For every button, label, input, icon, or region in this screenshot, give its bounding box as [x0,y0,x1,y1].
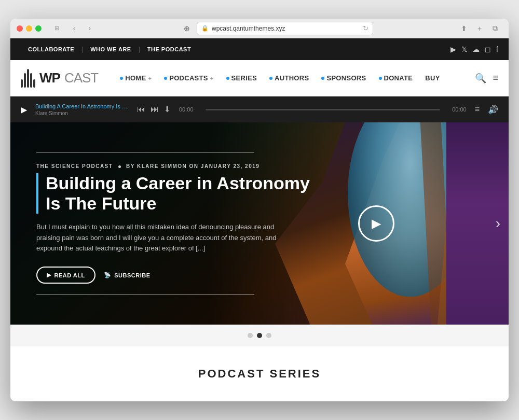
logo-bar-5 [33,79,35,88]
minimize-button[interactable] [26,25,32,32]
hero-actions: ▶ READ ALL 📡 SUBSCRIBE [36,267,327,284]
nav-actions: 🔍 ≡ [475,73,498,84]
nav-podcasts-plus: + [210,75,214,81]
read-all-play-icon: ▶ [47,272,51,278]
hero-next-slide-button[interactable]: › [496,215,500,232]
topbar-nav: COLLABORATE | WHO WE ARE | THE PODCAST [21,46,198,53]
url-text: wpcast.qantumthemes.xyz [212,25,285,32]
instagram-icon[interactable]: ◻ [485,45,491,53]
slider-dot-1[interactable] [257,333,262,338]
twitter-icon[interactable]: 𝕏 [461,45,467,53]
player-volume-button[interactable]: 🔊 [488,105,498,115]
player-time-current: 00:00 [179,106,197,113]
slider-dot-0[interactable] [248,333,253,338]
slider-dot-2[interactable] [266,333,271,338]
nav-donate[interactable]: DONATE [373,74,419,82]
hero-content: THE SCIENCE PODCAST BY KLARE SIMMON ON J… [36,122,327,325]
window-controls: ⊞ [50,23,63,34]
nav-series-label: SERIES [231,74,257,82]
nav-buy-label: BUY [425,74,440,82]
back-button[interactable]: ‹ [67,22,81,35]
forward-button[interactable]: › [83,22,97,35]
subscribe-rss-icon: 📡 [104,272,112,278]
player-next-button[interactable]: ⏭ [151,105,159,114]
nav-home-plus: + [148,75,152,81]
nav-dot-donate [379,77,382,80]
nav-podcasts-label: PODCASTS [169,74,208,82]
player-controls: ⏮ ⏭ ⬇ [137,105,171,114]
hero-excerpt: But I must explain to you how all this m… [36,222,285,254]
nav-dot-series [226,77,229,80]
player-play-button[interactable]: ▶ [21,105,27,115]
facebook-icon[interactable]: f [496,45,498,53]
logo-area[interactable]: WPCAST [21,69,98,88]
nav-dot-home [120,77,123,80]
nav-sponsors-label: SPONSORS [326,74,366,82]
nav-sponsors[interactable]: SPONSORS [315,74,372,82]
nav-dot-podcasts [164,77,167,80]
close-button[interactable] [17,25,23,32]
player-download-button[interactable]: ⬇ [164,105,171,114]
nav-home-label: HOME [125,74,146,82]
search-icon[interactable]: 🔍 [475,73,486,84]
slider-dots [10,325,509,346]
podcast-series-title: PODCAST SERIES [21,367,498,381]
browser-titlebar: ⊞ ‹ › ⊕ 🔒 wpcast.qantumthemes.xyz ↻ ⬆ + … [10,19,509,38]
player-prev-button[interactable]: ⏮ [137,105,145,114]
privacy-icon: ⊕ [180,22,194,35]
nav-authors-label: AUTHORS [275,74,309,82]
browser-actions: ⬆ + ⧉ [457,22,502,35]
hero-bottom-border [36,294,254,295]
topbar: COLLABORATE | WHO WE ARE | THE PODCAST ▶… [10,38,509,60]
maximize-button[interactable] [35,25,42,32]
read-all-label: READ ALL [54,272,85,278]
logo-bar-2 [24,73,26,88]
nav-home[interactable]: HOME + [114,74,158,82]
player-track-artist: Klare Simmon [35,110,129,116]
topbar-nav-collaborate[interactable]: COLLABORATE [21,46,81,52]
logo-cast-text: CAST [64,70,98,86]
hero-title: Building a Career in Astronomy Is The Fu… [36,173,327,214]
player-track-info: Building A Career In Astronomy Is The Fu… [35,103,129,116]
browser-window: ⊞ ‹ › ⊕ 🔒 wpcast.qantumthemes.xyz ↻ ⬆ + … [10,19,509,401]
tabs-icon[interactable]: ⧉ [488,22,502,35]
nav-dot-authors [269,77,272,80]
audio-player: ▶ Building A Career In Astronomy Is The … [10,96,509,122]
window-grid-icon[interactable]: ⊞ [50,23,63,34]
hero-category: THE SCIENCE PODCAST BY KLARE SIMMON ON J… [36,163,327,169]
topbar-social: ▶ 𝕏 ☁ ◻ f [450,45,498,53]
main-nav: WPCAST HOME + PODCASTS + SERIES AUTHORS [10,60,509,96]
hero-play-button[interactable]: ▶ [358,205,394,242]
share-icon[interactable]: ⬆ [457,22,471,35]
hero-category-text: THE SCIENCE PODCAST [36,163,113,169]
nav-authors[interactable]: AUTHORS [263,74,315,82]
read-all-button[interactable]: ▶ READ ALL [36,267,95,284]
lock-icon: 🔒 [201,25,209,32]
nav-podcasts[interactable]: PODCASTS + [158,74,220,82]
subscribe-button[interactable]: 📡 SUBSCRIBE [104,272,151,278]
player-progress-bar[interactable] [206,109,440,110]
menu-icon[interactable]: ≡ [493,73,498,83]
player-queue-button[interactable]: ≡ [475,105,480,114]
new-tab-icon[interactable]: + [472,22,487,35]
logo-bar-4 [30,73,32,88]
youtube-icon[interactable]: ▶ [450,45,456,53]
address-bar-wrap: ⊕ 🔒 wpcast.qantumthemes.xyz ↻ [101,22,453,35]
nav-controls: ‹ › [67,22,97,35]
hero-category-dot [118,165,121,168]
hero-meta-text: BY KLARE SIMMON ON JANUARY 23, 2019 [126,163,260,169]
reload-icon[interactable]: ↻ [363,24,368,32]
topbar-nav-podcast[interactable]: THE PODCAST [140,46,198,52]
nav-dot-sponsors [321,77,324,80]
logo-icon [21,69,35,88]
soundcloud-icon[interactable]: ☁ [472,45,480,53]
nav-links: HOME + PODCASTS + SERIES AUTHORS SPONSOR… [114,74,475,82]
address-bar[interactable]: 🔒 wpcast.qantumthemes.xyz ↻ [197,22,373,35]
logo-bar-3 [27,69,29,88]
logo-wp-text: WP [39,70,60,86]
nav-series[interactable]: SERIES [220,74,263,82]
hero-slider: THE SCIENCE PODCAST BY KLARE SIMMON ON J… [10,122,509,325]
nav-buy[interactable]: BUY [419,74,446,82]
topbar-nav-who-we-are[interactable]: WHO WE ARE [83,46,139,52]
subscribe-label: SUBSCRIBE [114,272,150,278]
